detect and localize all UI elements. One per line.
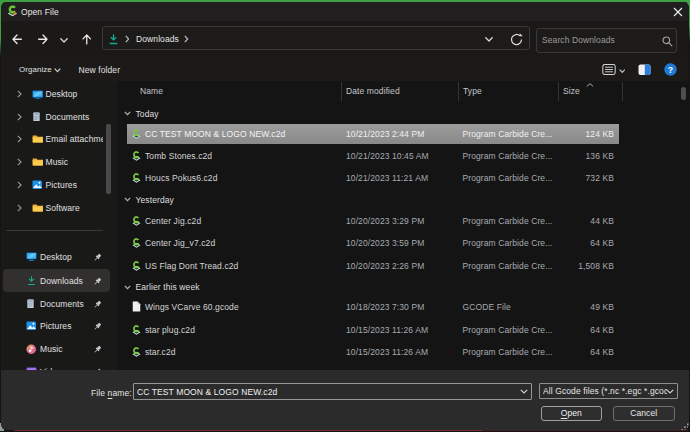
svg-text:?: ? xyxy=(667,64,672,74)
